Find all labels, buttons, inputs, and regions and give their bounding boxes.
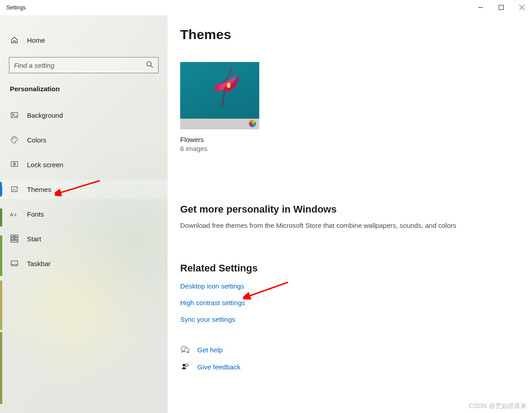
close-icon [519,5,524,10]
fonts-icon: AA [10,210,19,218]
start-icon [10,235,19,243]
svg-rect-1 [499,5,503,9]
home-button[interactable]: Home [0,31,168,49]
svg-point-8 [13,138,13,139]
link-high-contrast-settings[interactable]: High contrast settings [180,299,519,306]
give-feedback-link[interactable]: Give feedback [180,363,519,371]
sidebar-item-label: Lock screen [27,161,63,169]
svg-rect-16 [11,235,14,237]
more-themes-section: Get more personality in Windows Download… [180,204,519,229]
svg-rect-21 [11,261,18,266]
svg-rect-27 [186,364,188,366]
search-input[interactable] [9,57,159,73]
svg-point-4 [147,62,151,66]
page-title: Themes [180,27,519,42]
svg-rect-12 [13,164,15,165]
theme-subtitle: 6 images [180,145,259,152]
more-themes-desc: Download free themes from the Microsoft … [180,222,519,229]
theme-tile[interactable]: Flowers 6 images [180,62,259,152]
edge-strip [0,209,2,226]
taskbar-icon [10,259,19,267]
link-sync-your-settings[interactable]: Sync your settings [180,315,519,323]
svg-text:A: A [10,212,13,217]
svg-rect-19 [15,238,18,240]
flower-illustration [206,64,256,109]
svg-rect-18 [11,238,14,240]
sidebar-item-taskbar[interactable]: Taskbar [0,253,168,273]
related-settings-section: Related Settings Desktop icon settings H… [180,262,519,323]
edge-strip [0,332,2,404]
sidebar-item-lock-screen[interactable]: Lock screen [0,155,168,174]
svg-rect-20 [11,240,18,242]
edge-strip [0,280,2,330]
lock-screen-icon [10,160,19,169]
theme-thumbnail [180,62,259,129]
svg-point-9 [13,138,14,138]
svg-point-25 [184,348,189,352]
sidebar-item-themes[interactable]: Themes [0,179,168,199]
sidebar-item-label: Fonts [27,210,44,218]
svg-point-23 [227,83,231,88]
content: Themes [168,15,532,413]
sidebar-item-label: Taskbar [27,260,51,267]
related-settings-title: Related Settings [180,262,519,274]
svg-point-26 [182,364,185,367]
theme-name: Flowers [180,136,259,143]
help-icon [180,346,190,354]
sidebar-item-colors[interactable]: Colors [0,130,168,150]
support-section: Get help Give feedback [180,346,519,371]
sidebar-item-fonts[interactable]: AA Fonts [0,204,168,224]
svg-point-7 [13,114,14,115]
window-controls [470,0,532,14]
get-help-link[interactable]: Get help [180,346,519,354]
sidebar-item-label: Start [27,235,41,243]
window-title: Settings [0,4,26,11]
themes-icon [10,185,19,193]
nav-list: Background Colors Lock screen Themes [0,105,168,273]
watermark: CSDN @秃如@其来 [469,402,527,410]
search-wrap [9,57,159,73]
feedback-icon [180,363,190,371]
theme-swatch-bar [180,119,259,129]
edge-strip [0,186,2,195]
svg-text:A: A [14,213,17,217]
sidebar-item-background[interactable]: Background [0,105,168,125]
minimize-icon [478,5,483,10]
svg-point-10 [15,138,16,139]
sidebar-item-label: Colors [27,136,46,144]
home-label: Home [27,36,45,44]
svg-line-5 [151,66,153,68]
more-themes-title: Get more personality in Windows [180,204,519,215]
palette-icon [10,136,19,144]
link-desktop-icon-settings[interactable]: Desktop icon settings [180,282,519,290]
sidebar: Home Personalization Background Colors [0,15,168,413]
minimize-button[interactable] [470,0,491,14]
svg-rect-17 [15,235,18,237]
color-wheel-icon [248,120,257,128]
picture-icon [10,111,19,119]
sidebar-item-label: Themes [27,186,51,193]
sidebar-item-label: Background [27,111,63,119]
give-feedback-label: Give feedback [197,363,240,371]
maximize-icon [499,5,504,10]
home-icon [10,36,19,44]
title-bar: Settings [0,0,532,15]
search-icon [146,61,153,70]
maximize-button[interactable] [491,0,511,14]
sidebar-item-start[interactable]: Start [0,229,168,249]
close-button[interactable] [511,0,532,14]
edge-strip [0,235,2,276]
category-title: Personalization [0,85,168,93]
get-help-label: Get help [197,346,223,354]
